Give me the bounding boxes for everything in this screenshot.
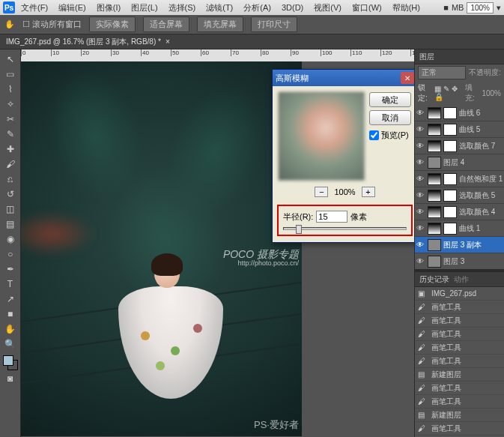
layer-mask-thumb (443, 107, 457, 119)
visibility-icon[interactable]: 👁 (416, 158, 425, 166)
layer-item[interactable]: 👁曲线 6 (415, 105, 504, 121)
zoom-field[interactable]: 100% (467, 2, 494, 13)
quickmask-icon[interactable]: ◙ (2, 372, 19, 385)
layer-item[interactable]: 👁图层 4 (415, 154, 504, 171)
menu-3d[interactable]: 3D(D) (277, 1, 308, 13)
move-tool-icon[interactable]: ↖ (2, 52, 19, 66)
slider-thumb-icon[interactable] (296, 225, 302, 234)
zoom-dropdown-icon[interactable]: ▾ (497, 3, 501, 13)
cancel-button[interactable]: 取消 (369, 110, 411, 125)
history-brush-tool-icon[interactable]: ↺ (2, 187, 19, 201)
menu-help[interactable]: 帮助(H) (388, 1, 425, 15)
dodge-tool-icon[interactable]: ○ (2, 247, 19, 261)
zoom-out-button[interactable]: − (315, 187, 328, 197)
layers-panel-tab[interactable]: 图层 (415, 49, 504, 64)
menu-analysis[interactable]: 分析(A) (239, 1, 276, 15)
fill-value: 100% (482, 89, 501, 97)
history-snapshot[interactable]: ▣ IMG_267.psd (415, 287, 504, 301)
history-item[interactable]: 🖌画笔工具 (415, 355, 504, 368)
history-item[interactable]: ▤新建图层 (415, 368, 504, 382)
fit-screen-button[interactable]: 适合屏幕 (143, 16, 189, 32)
brush-tool-icon[interactable]: 🖌 (2, 157, 19, 171)
menu-image[interactable]: 图像(I) (92, 1, 125, 15)
menu-layer[interactable]: 图层(L) (127, 1, 162, 15)
crop-tool-icon[interactable]: ✂ (2, 112, 19, 126)
visibility-icon[interactable]: 👁 (416, 175, 425, 183)
dialog-preview[interactable] (279, 92, 365, 181)
history-item[interactable]: 🖌画笔工具 (415, 422, 504, 436)
history-step-icon: 🖌 (418, 330, 428, 338)
eraser-tool-icon[interactable]: ◫ (2, 202, 19, 216)
menu-edit[interactable]: 编辑(E) (54, 1, 91, 15)
layer-item[interactable]: 👁曲线 5 (415, 121, 504, 138)
stamp-tool-icon[interactable]: ⎌ (2, 172, 19, 186)
foreground-color-swatch[interactable] (3, 355, 13, 366)
history-item[interactable]: 🖌画笔工具 (415, 301, 504, 314)
layer-item[interactable]: 👁图层 3 (415, 253, 504, 269)
pen-tool-icon[interactable]: ✒ (2, 262, 19, 276)
fill-screen-button[interactable]: 填充屏幕 (197, 16, 243, 32)
preview-checkbox[interactable]: 预览(P) (369, 130, 411, 141)
layer-name: 图层 3 (443, 256, 464, 267)
zoom-tool-icon[interactable]: 🔍 (2, 337, 19, 351)
lock-icons[interactable]: ▦ ✎ ✥ 🔒 (434, 85, 462, 101)
visibility-icon[interactable]: 👁 (416, 191, 425, 199)
layer-item[interactable]: 👁曲线 1 (415, 220, 504, 237)
radius-slider[interactable] (283, 227, 407, 230)
type-tool-icon[interactable]: T (2, 277, 19, 291)
color-swatch[interactable] (3, 355, 18, 370)
menu-filter[interactable]: 滤镜(T) (201, 1, 237, 15)
history-item[interactable]: 🖌画笔工具 (415, 341, 504, 355)
gradient-tool-icon[interactable]: ▤ (2, 217, 19, 231)
menu-view[interactable]: 视图(V) (309, 1, 346, 15)
layer-item[interactable]: 👁选取颜色 5 (415, 187, 504, 204)
gpu-label: MB (452, 3, 464, 12)
layer-thumb (428, 256, 441, 268)
document-tab[interactable]: IMG_267.psd @ 16.7% (图层 3 副本, RGB/8) * × (0, 34, 504, 49)
layer-name: 曲线 6 (459, 108, 480, 118)
blend-mode-dropdown[interactable]: 正常 (418, 66, 466, 79)
layer-thumb (428, 223, 441, 235)
layer-item[interactable]: 👁选取颜色 4 (415, 204, 504, 220)
hand-tool-icon[interactable]: ✋ (2, 322, 19, 336)
visibility-icon[interactable]: 👁 (416, 125, 425, 133)
path-tool-icon[interactable]: ↗ (2, 292, 19, 306)
actual-pixels-button[interactable]: 实际像素 (89, 16, 136, 32)
ok-button[interactable]: 确定 (369, 92, 411, 107)
visibility-icon[interactable]: 👁 (416, 257, 425, 265)
history-item[interactable]: 🖌画笔工具 (415, 314, 504, 328)
history-item[interactable]: 🖌画笔工具 (415, 395, 504, 409)
right-panels: 图层 正常 不透明度: 锁定: ▦ ✎ ✥ 🔒 填充: 100% 👁曲线 6👁曲… (414, 49, 504, 437)
visibility-icon[interactable]: 👁 (416, 109, 425, 117)
zoom-in-button[interactable]: + (362, 187, 375, 197)
dialog-titlebar[interactable]: 高斯模糊 ✕ (273, 70, 417, 86)
history-item[interactable]: ▤新建图层 (415, 409, 504, 422)
wand-tool-icon[interactable]: ✧ (2, 97, 19, 111)
canvas[interactable]: POCO 摄影专题 http://photo.poco.cn/ PS·爱好者 (21, 61, 302, 436)
heal-tool-icon[interactable]: ✚ (2, 142, 19, 156)
marquee-tool-icon[interactable]: ▭ (2, 67, 19, 81)
layer-item[interactable]: 👁图层 3 副本 (415, 237, 504, 253)
radius-input[interactable] (316, 211, 347, 223)
dialog-close-button[interactable]: ✕ (401, 72, 414, 84)
history-item[interactable]: 🖌画笔工具 (415, 328, 504, 341)
lasso-tool-icon[interactable]: ⌇ (2, 82, 19, 96)
blur-tool-icon[interactable]: ◉ (2, 232, 19, 246)
preview-checkbox-input[interactable] (369, 130, 379, 140)
visibility-icon[interactable]: 👁 (416, 224, 425, 232)
scroll-all-checkbox[interactable]: ☐ 滚动所有窗口 (22, 19, 82, 30)
shape-tool-icon[interactable]: ■ (2, 307, 19, 321)
eyedropper-tool-icon[interactable]: ✎ (2, 127, 19, 141)
visibility-icon[interactable]: 👁 (416, 241, 425, 249)
close-tab-icon[interactable]: × (166, 37, 170, 46)
layer-item[interactable]: 👁自然饱和度 1 (415, 171, 504, 187)
menu-file[interactable]: 文件(F) (16, 1, 52, 15)
layer-item[interactable]: 👁选取颜色 7 (415, 138, 504, 154)
print-size-button[interactable]: 打印尺寸 (251, 16, 297, 32)
visibility-icon[interactable]: 👁 (416, 208, 425, 216)
history-panel-tab[interactable]: 历史记录 动作 (415, 272, 504, 287)
visibility-icon[interactable]: 👁 (416, 142, 425, 150)
history-item[interactable]: 🖌画笔工具 (415, 382, 504, 395)
menu-window[interactable]: 窗口(W) (347, 1, 386, 15)
menu-select[interactable]: 选择(S) (164, 1, 201, 15)
